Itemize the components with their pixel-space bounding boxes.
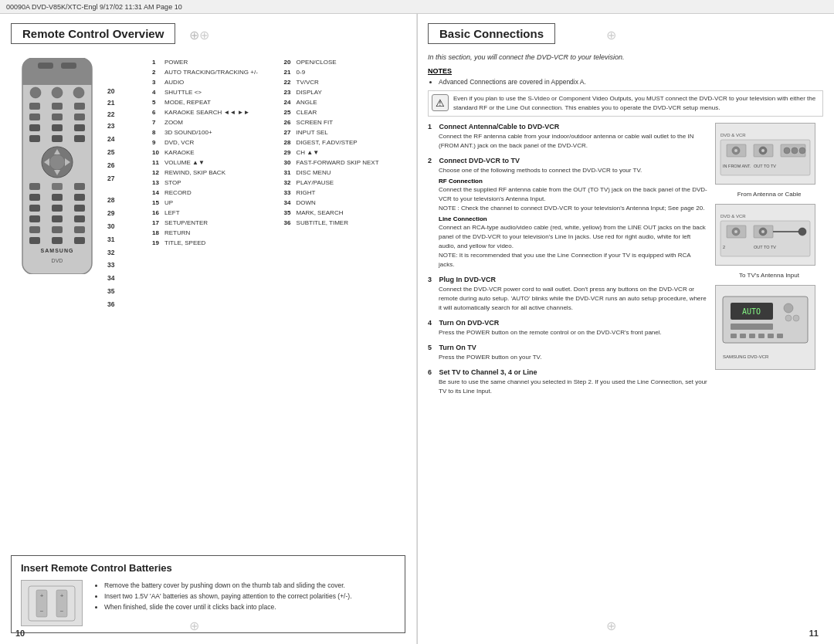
item-text: POWER [164,58,188,67]
svg-rect-30 [52,194,63,201]
step-subheader: RF Connection [439,178,707,185]
svg-point-71 [734,230,737,233]
notes-section: NOTES Advanced Connections are covered i… [428,67,823,117]
main-content: ⊕ Remote Control Overview 1 2 3 4 5 6 7 [0,14,834,644]
item-text: ANGLE [297,98,317,107]
item-text: 3D SOUND/100+ [164,128,212,137]
item-text: AUDIO [164,78,184,87]
diagram-device: AUTO SAMSUNG DVD-VC [715,285,815,370]
svg-text:DVD & VCR: DVD & VCR [720,133,746,137]
crosshair-top-left: ⊕ [189,28,205,43]
item-num: 29 [284,148,297,158]
item-num: 13 [152,178,164,188]
step-body: Connect the RF antenna cable from your i… [439,132,707,151]
remote-area: 1 2 3 4 5 6 7 8 9 10 11 12 13 14 [11,58,405,274]
step-item: 2 Connect DVD-VCR to TVChoose one of the… [428,157,707,269]
item-num: 21 [284,68,297,77]
item-entry: 23DISPLAY [284,88,405,97]
page-number-left: 10 [15,629,25,638]
item-entry: 34DOWN [284,198,405,208]
svg-rect-9 [52,103,63,110]
item-entry: 13STOP [152,178,273,188]
svg-text:SAMSUNG DVD-VCR: SAMSUNG DVD-VCR [723,354,769,359]
item-entry: 28DIGEST, F.ADV/STEP [284,138,405,147]
item-entry: 2AUTO TRACKING/TRACKING +/- [152,68,273,77]
item-num: 34 [284,198,297,208]
diagram-antenna: DVD & VCR IN FROM ANT. [715,123,815,185]
item-num: 7 [152,118,164,127]
item-entry: 19TITLE, SPEED [152,239,273,248]
intro-text: In this section, you will connect the DV… [428,53,625,61]
step-body: Press the POWER button on the remote con… [439,328,707,337]
item-entry: 25CLEAR [284,108,405,117]
item-entry: 7ZOOM [152,118,273,127]
svg-rect-12 [52,114,63,120]
item-num: 5 [152,98,164,107]
svg-point-74 [761,230,764,233]
svg-rect-46 [29,586,75,621]
svg-text:SAMSUNG: SAMSUNG [41,248,74,253]
item-text: INPUT SEL [297,128,328,137]
svg-rect-33 [52,205,63,212]
basic-connections-title: Basic Connections [428,23,555,44]
item-num: 3 [152,78,164,87]
step-num: 4 [428,319,437,327]
crosshair-top-right: ⊕ [606,28,616,42]
item-num: 10 [152,148,164,158]
item-num: 23 [284,88,297,97]
item-text: KARAOKE [164,148,195,158]
svg-text:DVD & VCR: DVD & VCR [720,214,746,219]
step-header: 3 Plug In DVD-VCR [428,276,707,283]
step-subtext: Connect the supplied RF antenna cable fr… [439,185,707,204]
step-title: Connect Antenna/Cable to DVD-VCR [439,123,560,130]
svg-rect-38 [29,226,40,233]
steps-list: 1 Connect Antenna/Cable to DVD-VCRConnec… [428,123,707,402]
item-entry: 1POWER [152,58,273,67]
item-num: 15 [152,198,164,208]
battery-instruction: When finished, slide the cover until it … [104,602,352,612]
item-text: 0-9 [297,68,306,77]
item-num: 22 [284,78,297,87]
item-text: AUTO TRACKING/TRACKING +/- [164,68,258,77]
item-text: DIGEST, F.ADV/STEP [297,138,358,147]
step-num: 2 [428,157,437,164]
page-number-right: 11 [809,629,819,638]
item-text: SCREEN FIT [297,118,334,127]
item-text: ZOOM [164,118,183,127]
item-entry: 30FAST-FORWARD SKIP NEXT [284,158,405,168]
svg-text:+: + [40,592,44,599]
item-num: 1 [152,58,164,67]
item-text: SUBTITLE, TIMER [297,219,348,228]
svg-rect-39 [52,226,63,233]
svg-point-57 [734,149,737,152]
battery-instruction: Insert two 1.5V 'AA' batteries as shown,… [104,591,352,602]
svg-point-82 [784,303,793,313]
svg-point-64 [799,147,805,154]
step-item: 3 Plug In DVD-VCRConnect the DVD-VCR pow… [428,276,707,313]
svg-text:AUTO: AUTO [742,307,761,316]
item-text: CH ▲▼ [297,148,320,158]
svg-rect-40 [74,226,85,233]
item-text: MODE, REPEAT [164,98,211,107]
right-callout-numbers: 20 21 22 23 24 25 26 27 28 29 30 31 32 3… [107,86,127,310]
batteries-box: Insert Remote Control Batteries + + − − [11,555,405,633]
svg-rect-91 [777,334,783,338]
step-header: 2 Connect DVD-VCR to TV [428,157,707,164]
item-text: LEFT [164,208,180,218]
item-entry: 9DVD, VCR [152,138,273,147]
item-num: 11 [152,158,164,168]
batteries-title: Insert Remote Control Batteries [21,562,395,574]
item-text: PLAY/PAUSE [297,178,334,188]
svg-text:−: − [40,608,44,615]
left-panel: ⊕ Remote Control Overview 1 2 3 4 5 6 7 [0,14,417,644]
svg-rect-87 [740,334,746,338]
item-num: 20 [284,58,297,67]
item-text: UP [164,198,173,208]
item-text: OPEN/CLOSE [297,58,337,67]
item-num: 16 [152,208,164,218]
step-title: Plug In DVD-VCR [439,276,497,283]
svg-rect-32 [29,205,40,212]
item-num: 24 [284,98,297,107]
item-entry: 29CH ▲▼ [284,148,405,158]
top-bar-text: 00090A DVD-V85K/XTC-Engl 9/17/02 11:31 A… [6,3,182,11]
